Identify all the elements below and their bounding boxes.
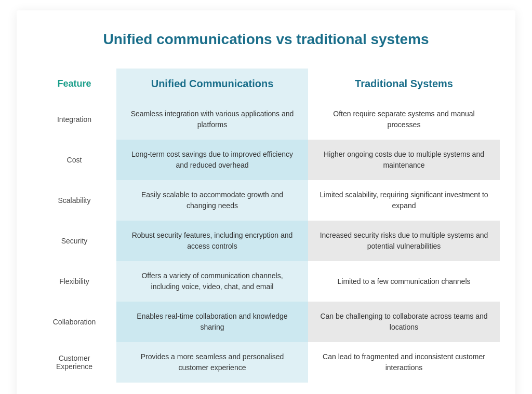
unified-cell: Provides a more seamless and personalise… <box>116 342 308 383</box>
traditional-cell: Often require separate systems and manua… <box>308 99 500 140</box>
feature-label: Collaboration <box>32 302 116 342</box>
traditional-cell: Higher ongoing costs due to multiple sys… <box>308 140 500 180</box>
feature-label: Customer Experience <box>32 342 116 383</box>
unified-cell: Robust security features, including encr… <box>116 221 308 261</box>
feature-label: Cost <box>32 140 116 180</box>
feature-label: Security <box>32 221 116 261</box>
header-traditional-text: Traditional Systems <box>355 78 453 89</box>
unified-cell: Offers a variety of communication channe… <box>116 261 308 302</box>
header-traditional: Traditional Systems <box>308 69 500 99</box>
unified-cell: Enables real-time collaboration and know… <box>116 302 308 342</box>
comparison-table: Feature Unified Communications Tradition… <box>32 69 500 383</box>
header-feature: Feature <box>32 69 116 99</box>
table-row: FlexibilityOffers a variety of communica… <box>32 261 500 302</box>
traditional-cell: Increased security risks due to multiple… <box>308 221 500 261</box>
table-row: IntegrationSeamless integration with var… <box>32 99 500 140</box>
unified-cell: Long-term cost savings due to improved e… <box>116 140 308 180</box>
traditional-cell: Limited to a few communication channels <box>308 261 500 302</box>
feature-label: Scalability <box>32 180 116 221</box>
page-title: Unified communications vs traditional sy… <box>32 31 500 48</box>
feature-label: Integration <box>32 99 116 140</box>
feature-label: Flexibility <box>32 261 116 302</box>
table-row: SecurityRobust security features, includ… <box>32 221 500 261</box>
comparison-card: Unified communications vs traditional sy… <box>17 10 515 394</box>
traditional-cell: Can be challenging to collaborate across… <box>308 302 500 342</box>
table-row: CollaborationEnables real-time collabora… <box>32 302 500 342</box>
table-row: Customer ExperienceProvides a more seaml… <box>32 342 500 383</box>
header-unified: Unified Communications <box>116 69 308 99</box>
traditional-cell: Can lead to fragmented and inconsistent … <box>308 342 500 383</box>
header-unified-text: Unified Communications <box>151 78 274 89</box>
table-row: CostLong-term cost savings due to improv… <box>32 140 500 180</box>
table-row: ScalabilityEasily scalable to accommodat… <box>32 180 500 221</box>
unified-cell: Seamless integration with various applic… <box>116 99 308 140</box>
unified-cell: Easily scalable to accommodate growth an… <box>116 180 308 221</box>
traditional-cell: Limited scalability, requiring significa… <box>308 180 500 221</box>
